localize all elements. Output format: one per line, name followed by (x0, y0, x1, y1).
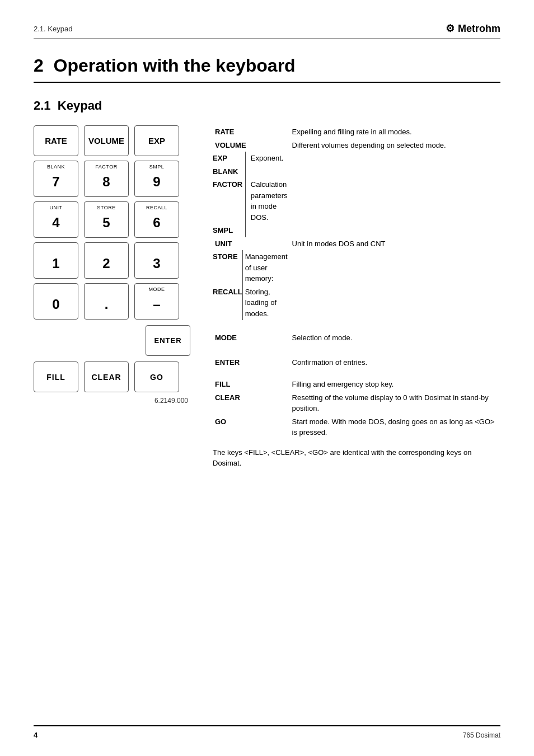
desc-exp-group: EXP Exponent. BLANK FACTOR (213, 152, 500, 237)
note-text: The keys <FILL>, <CLEAR>, <GO> are ident… (213, 447, 500, 469)
key-row-5: 0 . MODE – (34, 283, 190, 320)
key-7[interactable]: BLANK 7 (34, 161, 78, 197)
key-6[interactable]: RECALL 6 (134, 201, 179, 238)
key-2[interactable]: 2 (84, 242, 129, 279)
key-4[interactable]: UNIT 4 (34, 201, 78, 238)
key-volume[interactable]: VOLUME (84, 125, 129, 156)
key-1[interactable]: 1 (34, 242, 78, 279)
page: 2.1. Keypad ⚙ Metrohm 2 Operation with t… (0, 0, 534, 756)
key-5[interactable]: STORE 5 (84, 201, 129, 238)
desc-clear: CLEAR Resetting of the volume display to… (213, 391, 500, 415)
key-minus-mode[interactable]: MODE – (134, 283, 179, 320)
header-section-label: 2.1. Keypad (34, 25, 72, 33)
part-number: 6.2149.000 (34, 397, 190, 405)
metrohm-logo-icon: ⚙ (446, 22, 455, 35)
footer-page-number: 4 (34, 731, 38, 739)
footer-product: 765 Dosimat (463, 731, 500, 739)
key-enter[interactable]: ENTER (146, 325, 190, 356)
keypad-section: RATE VOLUME EXP BLANK 7 FACTOR 8 (34, 125, 500, 469)
key-3[interactable]: 3 (134, 242, 179, 279)
chapter-title: 2 Operation with the keyboard (34, 55, 500, 83)
key-0[interactable]: 0 (34, 283, 78, 320)
key-row-2: BLANK 7 FACTOR 8 SMPL 9 (34, 161, 190, 197)
key-fill[interactable]: FILL (34, 361, 78, 392)
desc-go: GO Start mode. With mode DOS, dosing goe… (213, 415, 500, 439)
desc-enter: ENTER Confirmation of entries. (213, 356, 500, 369)
key-9[interactable]: SMPL 9 (134, 161, 179, 197)
desc-mode: MODE Selection of mode. (213, 331, 500, 345)
key-clear[interactable]: CLEAR (84, 361, 129, 392)
section-title: 2.1 Keypad (34, 98, 500, 113)
key-row-fill: FILL CLEAR GO (34, 361, 190, 392)
key-row-1: RATE VOLUME EXP (34, 125, 190, 156)
key-8[interactable]: FACTOR 8 (84, 161, 129, 197)
desc-fill: FILL Filling and emergency stop key. (213, 378, 500, 391)
key-go[interactable]: GO (134, 361, 179, 392)
desc-panel: RATE Expelling and filling rate in all m… (213, 125, 500, 469)
key-dot[interactable]: . (84, 283, 129, 320)
desc-unit: UNIT Unit in modes DOS and CNT (213, 237, 500, 251)
key-rate[interactable]: RATE (34, 125, 78, 156)
page-header: 2.1. Keypad ⚙ Metrohm (34, 22, 500, 39)
key-exp[interactable]: EXP (134, 125, 179, 156)
desc-table-top: RATE Expelling and filling rate in all m… (213, 125, 500, 439)
page-footer: 4 765 Dosimat (34, 725, 500, 739)
desc-volume: VOLUME Different volumes depending on se… (213, 139, 500, 152)
logo-text: Metrohm (458, 23, 500, 35)
key-row-enter: ENTER (34, 325, 190, 356)
key-row-3: UNIT 4 STORE 5 RECALL 6 (34, 201, 190, 238)
key-row-4: 1 2 3 (34, 242, 190, 279)
desc-rate: RATE Expelling and filling rate in all m… (213, 125, 500, 139)
logo-area: ⚙ Metrohm (446, 22, 500, 35)
desc-store-group: STORE Management of user memory: RECALL … (213, 250, 500, 320)
keypad-grid: RATE VOLUME EXP BLANK 7 FACTOR 8 (34, 125, 190, 405)
